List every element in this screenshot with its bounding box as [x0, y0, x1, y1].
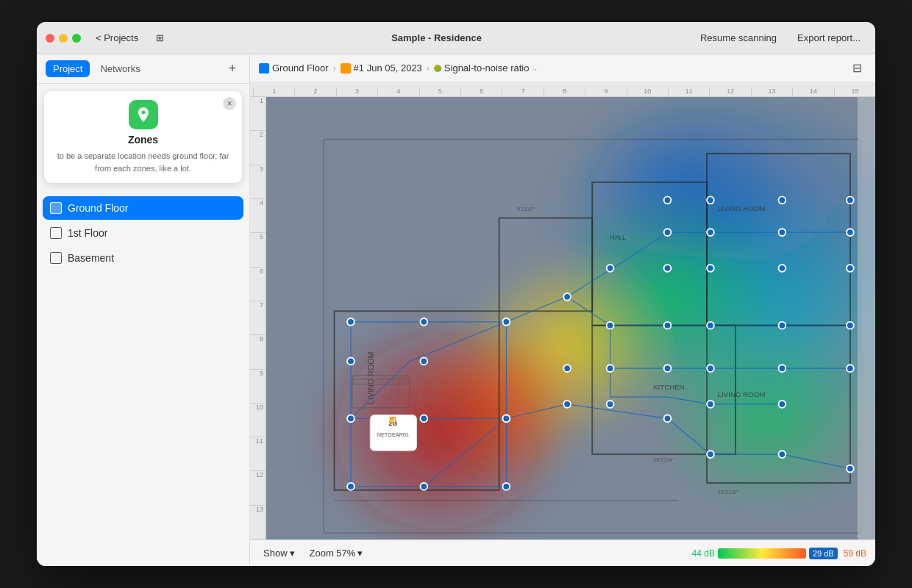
floor-icon-first [50, 227, 62, 239]
floor-label-basement: Basement [68, 252, 114, 264]
svg-point-38 [502, 483, 510, 490]
heatmap-svg: LIVING ROOM KITCHEN LIVING ROOM HALL LIV… [266, 97, 875, 539]
left-ruler-mark: 10 [250, 404, 266, 437]
svg-point-65 [778, 365, 785, 372]
svg-text:NETGEAR01: NETGEAR01 [377, 431, 409, 438]
ruler-mark: 8 [544, 87, 585, 96]
zones-icon [129, 100, 158, 129]
svg-point-70 [707, 451, 714, 458]
svg-text:16'21/8": 16'21/8" [718, 489, 738, 495]
export-report-button[interactable]: Export report... [791, 29, 866, 46]
svg-point-71 [778, 451, 785, 458]
close-zones-popup-button[interactable]: × [223, 97, 236, 110]
svg-point-33 [347, 415, 355, 423]
layout-icon[interactable]: ⊞ [150, 29, 170, 46]
ruler-marks-top: 1 2 3 4 5 6 7 8 9 10 11 12 13 14 15 [253, 87, 875, 96]
legend: 44 dB 29 dB 59 dB [692, 548, 866, 559]
left-ruler-mark: 7 [250, 301, 266, 335]
svg-point-64 [707, 365, 714, 372]
fullscreen-button[interactable] [72, 34, 81, 43]
chevron-down-icon: ▾ [290, 548, 295, 559]
bottom-bar: Show ▾ Zoom 57% ▾ 44 dB 29 dB 59 dB [250, 539, 875, 566]
svg-point-32 [420, 358, 427, 365]
svg-point-53 [778, 229, 785, 236]
breadcrumb: Ground Floor › #1 Jun 05, 2023 › Signal-… [259, 62, 538, 74]
ruler-mark: 15 [834, 87, 875, 96]
zones-popup: × Zones to be a separate location needs … [44, 91, 242, 183]
add-floor-button[interactable]: + [224, 61, 241, 77]
sidebar-tabs: Project Networks + [37, 54, 249, 84]
floor-item-ground[interactable]: Ground Floor [43, 196, 243, 220]
svg-point-48 [707, 196, 714, 204]
floor-label-ground: Ground Floor [68, 202, 128, 214]
zoom-button[interactable]: Zoom 57% ▾ [305, 545, 368, 561]
back-projects-button[interactable]: < Projects [90, 29, 144, 46]
app-window: < Projects ⊞ Sample - Residence Resume s… [37, 22, 875, 566]
ruler-mark: 9 [585, 87, 626, 96]
ruler-mark: 5 [419, 87, 460, 96]
svg-text:16'21/4": 16'21/4" [653, 456, 674, 463]
left-ruler-mark: 8 [250, 335, 266, 369]
svg-point-66 [847, 365, 854, 372]
left-ruler-mark: 6 [250, 268, 266, 301]
svg-text:LIVING ROOM: LIVING ROOM [718, 204, 766, 212]
svg-point-30 [502, 318, 510, 326]
left-ruler-mark: 4 [250, 199, 266, 233]
ruler-mark: 13 [751, 87, 792, 96]
titlebar-nav: < Projects ⊞ [90, 29, 170, 46]
tab-networks[interactable]: Networks [93, 60, 147, 77]
resume-scanning-button[interactable]: Resume scanning [694, 29, 783, 46]
svg-point-63 [664, 365, 671, 372]
ruler-mark: 1 [253, 87, 294, 96]
floor-item-first[interactable]: 1st Floor [43, 221, 243, 245]
map-content-row: 1 2 3 4 5 6 7 8 9 10 11 12 13 [250, 97, 875, 539]
breadcrumb-scan[interactable]: #1 Jun 05, 2023 [341, 62, 422, 74]
zones-title: Zones [53, 134, 233, 146]
left-ruler-mark: 9 [250, 370, 266, 404]
svg-point-60 [707, 322, 714, 329]
svg-point-61 [778, 322, 785, 329]
tab-project[interactable]: Project [46, 60, 90, 77]
breadcrumb-sep-2: › [427, 63, 430, 74]
ruler-mark: 3 [336, 87, 377, 96]
left-ruler-mark: 3 [250, 165, 266, 199]
legend-high-label: 59 dB [844, 548, 866, 559]
floor-item-basement[interactable]: Basement [43, 246, 243, 270]
svg-point-49 [778, 196, 785, 204]
ruler-mark: 2 [294, 87, 335, 96]
minimize-button[interactable] [59, 34, 68, 43]
chevron-down-icon: ⌄ [532, 64, 538, 72]
close-button[interactable] [46, 34, 54, 43]
show-button[interactable]: Show ▾ [259, 545, 299, 561]
svg-point-50 [847, 196, 854, 204]
svg-point-41 [563, 365, 571, 372]
heatmap-container[interactable]: LIVING ROOM KITCHEN LIVING ROOM HALL LIV… [266, 97, 875, 539]
svg-point-57 [778, 265, 785, 272]
ruler-top: 1 2 3 4 5 6 7 8 9 10 11 12 13 14 15 [250, 82, 875, 97]
ruler-mark: 4 [377, 87, 418, 96]
legend-gradient-bar [718, 548, 806, 559]
legend-low-label: 44 dB [692, 548, 715, 559]
svg-point-29 [420, 318, 427, 326]
svg-point-43 [607, 365, 614, 372]
filter-button[interactable]: ⊟ [848, 60, 866, 76]
svg-point-69 [778, 401, 785, 408]
left-ruler-mark: 12 [250, 471, 266, 505]
scan-icon [341, 63, 351, 74]
floor-icon-ground [50, 202, 62, 214]
svg-rect-79 [858, 97, 875, 539]
left-ruler-mark: 2 [250, 131, 266, 165]
svg-point-59 [664, 322, 671, 329]
svg-point-42 [607, 322, 614, 329]
titlebar-actions: Resume scanning Export report... [694, 29, 866, 46]
svg-point-46 [563, 401, 571, 408]
svg-point-56 [707, 265, 714, 272]
svg-point-58 [847, 265, 854, 272]
svg-point-45 [502, 415, 510, 423]
snr-selector[interactable]: Signal-to-noise ratio ⌄ [434, 62, 538, 74]
ruler-mark: 12 [709, 87, 750, 96]
left-ruler-mark: 13 [250, 506, 266, 539]
zones-description: to be a separate location needs ground f… [53, 150, 233, 174]
snr-dot [434, 65, 441, 72]
breadcrumb-floor[interactable]: Ground Floor [259, 62, 329, 74]
